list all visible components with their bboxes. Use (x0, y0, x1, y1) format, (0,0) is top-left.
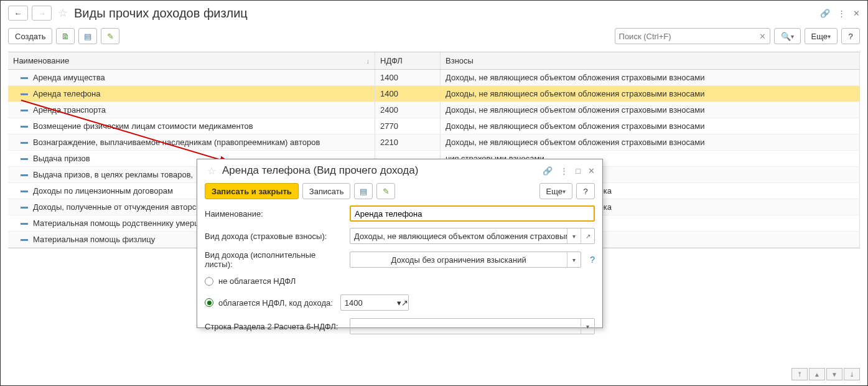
chevron-down-icon[interactable]: ▾ (567, 252, 581, 267)
chevron-down-icon[interactable]: ▾ (397, 298, 401, 308)
row-icon (21, 142, 28, 144)
help-button[interactable]: ? (576, 183, 595, 199)
kebab-icon[interactable]: ⋮ (560, 166, 568, 176)
row-icon (21, 174, 28, 176)
col-header-fees[interactable]: Взносы (441, 52, 860, 69)
link-icon[interactable]: 🔗 (543, 166, 553, 176)
row-icon (21, 158, 28, 160)
radio-icon (205, 277, 213, 286)
row-icon (21, 223, 28, 225)
nav-down-button[interactable]: ▼ (826, 368, 842, 380)
row-name: Вознаграждение, выплачиваемое наследника… (33, 138, 320, 147)
row-fees: Доходы, не являющиеся объектом обложения… (446, 121, 704, 131)
sort-indicator-icon: ↓ (366, 57, 370, 65)
forward-button[interactable]: → (32, 6, 52, 21)
radio-not-taxed[interactable]: не облагается НДФЛ (205, 275, 595, 287)
link-icon[interactable]: 🔗 (820, 9, 830, 18)
back-button[interactable]: ← (8, 6, 28, 21)
star-icon[interactable]: ☆ (58, 6, 68, 20)
dialog-title: Аренда телефона (Вид прочего дохода) (222, 164, 539, 177)
copy-doc-button[interactable]: 🗎 (56, 28, 75, 44)
down-icon: ▼ (831, 371, 838, 378)
row-fees: Доходы, не являющиеся объектом обложения… (446, 138, 704, 147)
star-icon[interactable]: ☆ (207, 165, 216, 177)
table-row[interactable]: Вознаграждение, выплачиваемое наследника… (8, 134, 860, 151)
pencil-icon: ✎ (383, 187, 390, 196)
arrow-left-icon: ← (14, 9, 22, 18)
edit-button[interactable]: ✎ (376, 183, 395, 199)
kebab-icon[interactable]: ⋮ (838, 9, 846, 18)
pencil-icon: ✎ (107, 32, 114, 41)
row-icon (21, 77, 28, 79)
col-header-ndfl[interactable]: НДФЛ (375, 52, 441, 69)
label-section2: Строка Раздела 2 Расчета 6-НДФЛ: (205, 322, 345, 331)
row-name: Выдача призов (33, 154, 90, 163)
report-button[interactable]: ▤ (78, 28, 97, 44)
row-fees: Доходы, не являющиеся объектом обложения… (446, 89, 704, 98)
row-fees: Доходы, не являющиеся объектом обложения… (446, 105, 704, 115)
chevron-down-icon: ▾ (828, 33, 831, 40)
create-button[interactable]: Создать (8, 28, 52, 44)
open-ref-icon[interactable]: ↗ (581, 228, 594, 243)
col-header-name[interactable]: Наименование ↓ (8, 52, 375, 69)
table-row[interactable]: Аренда телефона1400Доходы, не являющиеся… (8, 86, 860, 102)
row-ndfl: 1400 (380, 73, 398, 82)
row-ndfl: 2400 (380, 105, 398, 115)
search-clear-icon[interactable]: ✕ (759, 32, 766, 41)
close-icon[interactable]: ✕ (588, 166, 595, 176)
search-input[interactable] (619, 32, 759, 41)
row-name: Аренда телефона (33, 89, 101, 98)
label-income-exec: Вид дохода (исполнительные листы): (205, 250, 345, 269)
income-type-fees-select[interactable]: Доходы, не являющиеся объектом обложения… (350, 228, 595, 244)
row-fees: Доходы, не являющиеся объектом обложения… (446, 73, 704, 82)
table-nav: ⤒ ▲ ▼ ⤓ (791, 368, 860, 380)
label-name: Наименование: (205, 209, 345, 219)
chevron-down-icon: ▾ (562, 188, 566, 195)
help-icon: ? (848, 32, 852, 41)
nav-up-button[interactable]: ▲ (809, 368, 825, 380)
more-button[interactable]: Еще ▾ (539, 183, 572, 199)
row-icon (21, 126, 28, 128)
ndfl-code-input[interactable]: 1400 ▾ ↗ (340, 294, 409, 311)
help-button[interactable]: ? (841, 28, 860, 44)
report-icon: ▤ (360, 187, 367, 196)
row-name: Аренда имущества (33, 73, 105, 82)
row-icon (21, 93, 28, 95)
section2-select[interactable]: ▾ (350, 318, 595, 334)
row-name: Возмещение физическим лицам стоимости ме… (33, 121, 253, 131)
report-icon: ▤ (84, 32, 91, 41)
search-icon: 🔍 (781, 32, 791, 41)
double-down-icon: ⤓ (849, 371, 854, 378)
row-name: Выдача призов, в целях рекламы товаров, (33, 170, 193, 179)
save-close-button[interactable]: Записать и закрыть (205, 183, 299, 199)
doc-plus-icon: 🗎 (62, 32, 70, 41)
table-row[interactable]: Аренда имущества1400Доходы, не являющиес… (8, 70, 860, 86)
chevron-down-icon[interactable]: ▾ (581, 319, 594, 334)
row-name: Аренда транспорта (33, 105, 106, 115)
table-row[interactable]: Аренда транспорта2400Доходы, не являющие… (8, 102, 860, 118)
open-ref-icon[interactable]: ↗ (401, 298, 408, 308)
row-ndfl: 2210 (380, 138, 398, 147)
chevron-down-icon: ▾ (791, 33, 794, 40)
report-button[interactable]: ▤ (354, 183, 373, 199)
chevron-down-icon[interactable]: ▾ (567, 228, 581, 243)
save-button[interactable]: Записать (302, 183, 351, 199)
row-ndfl: 2770 (380, 121, 398, 131)
search-input-wrapper: ✕ (615, 28, 770, 44)
edit-button[interactable]: ✎ (101, 28, 119, 44)
name-field[interactable] (350, 205, 595, 222)
search-filter-button[interactable]: 🔍 ▾ (774, 28, 801, 44)
more-button[interactable]: Еще ▾ (805, 28, 838, 44)
close-icon[interactable]: ✕ (853, 9, 860, 18)
radio-taxed[interactable]: облагается НДФЛ, код дохода: (218, 298, 333, 308)
table-row[interactable]: Возмещение физическим лицам стоимости ме… (8, 118, 860, 134)
help-icon[interactable]: ? (590, 255, 595, 265)
row-icon (21, 110, 28, 111)
row-name: Материальная помощь физлицу (33, 235, 155, 244)
maximize-icon[interactable]: □ (576, 166, 581, 176)
help-icon: ? (583, 187, 587, 196)
nav-top-button[interactable]: ⤒ (791, 368, 808, 380)
page-title: Виды прочих доходов физлиц (74, 6, 816, 21)
income-type-exec-select[interactable]: Доходы без ограничения взысканий ▾ (350, 252, 581, 268)
nav-bottom-button[interactable]: ⤓ (844, 368, 860, 380)
